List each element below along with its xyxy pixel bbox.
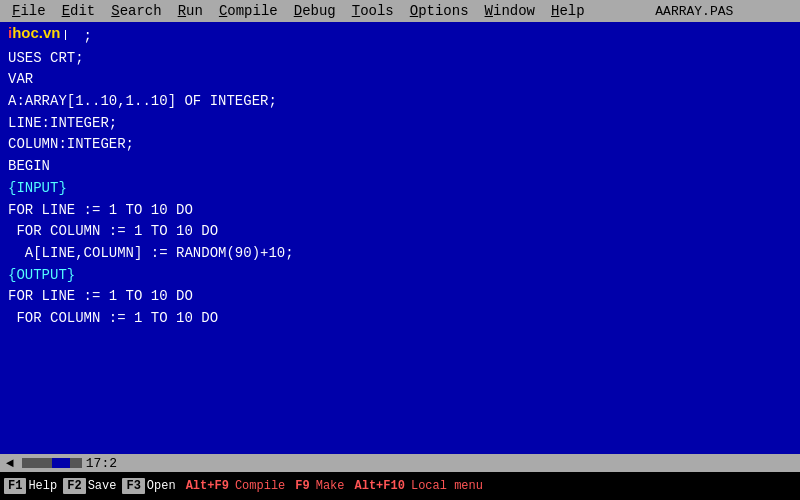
code-line: COLUMN:INTEGER; <box>8 134 792 156</box>
code-line: LINE:INTEGER; <box>8 113 792 135</box>
fkey-desc: Save <box>88 479 117 493</box>
fkey-item-f3[interactable]: F3Open <box>122 478 175 494</box>
menu-debug[interactable]: Debug <box>286 2 344 20</box>
code-line: FOR COLUMN := 1 TO 10 DO <box>8 221 792 243</box>
code-line: BEGIN <box>8 156 792 178</box>
code-line: PROGRAM ; <box>8 26 792 48</box>
menu-options[interactable]: Options <box>402 2 477 20</box>
menu-search[interactable]: Search <box>103 2 169 20</box>
fkey-item-f9[interactable]: F9Make <box>291 478 344 494</box>
fkey-desc: Compile <box>235 479 285 493</box>
cursor-position: 17:2 <box>86 456 117 471</box>
code-line: FOR COLUMN := 1 TO 10 DO <box>8 308 792 330</box>
code-line: {OUTPUT} <box>8 265 792 287</box>
code-line: USES CRT; <box>8 48 792 70</box>
code-line: VAR <box>8 69 792 91</box>
fkey-key: Alt+F10 <box>351 478 409 494</box>
fkey-item-altf9[interactable]: Alt+F9Compile <box>182 478 286 494</box>
scroll-thumb[interactable] <box>52 458 70 468</box>
logo-text: ihoc.vn <box>8 24 61 41</box>
menu-help[interactable]: Help <box>543 2 593 20</box>
fkey-key: F3 <box>122 478 144 494</box>
fkey-desc: Local menu <box>411 479 483 493</box>
fkey-item-f2[interactable]: F2Save <box>63 478 116 494</box>
code-line: A:ARRAY[1..10,1..10] OF INTEGER; <box>8 91 792 113</box>
fkey-item-f1[interactable]: F1Help <box>4 478 57 494</box>
scrollbar[interactable] <box>22 458 82 468</box>
fkey-bar: F1HelpF2SaveF3OpenAlt+F9CompileF9MakeAlt… <box>0 472 800 500</box>
code-line: A[LINE,COLUMN] := RANDOM(90)+10; <box>8 243 792 265</box>
menu-file[interactable]: File <box>4 2 54 20</box>
fkey-desc: Make <box>316 479 345 493</box>
fkey-desc: Help <box>28 479 57 493</box>
fkey-key: F2 <box>63 478 85 494</box>
menu-window[interactable]: Window <box>477 2 543 20</box>
code-line: FOR LINE := 1 TO 10 DO <box>8 200 792 222</box>
code-line: {INPUT} <box>8 178 792 200</box>
status-bar: ◄ 17:2 <box>0 454 800 472</box>
fkey-item-altf10[interactable]: Alt+F10Local menu <box>351 478 483 494</box>
fkey-key: F1 <box>4 478 26 494</box>
menu-edit[interactable]: Edit <box>54 2 104 20</box>
code-editor[interactable]: PROGRAM ;USES CRT;VARA:ARRAY[1..10,1..10… <box>0 22 800 454</box>
fkey-key: Alt+F9 <box>182 478 233 494</box>
menu-bar: File Edit Search Run Compile Debug Tools… <box>0 0 800 22</box>
logo: ihoc.vn <box>4 22 65 44</box>
window-title: AARRAY.PAS <box>593 4 796 19</box>
fkey-desc: Open <box>147 479 176 493</box>
fkey-key: F9 <box>291 478 313 494</box>
scroll-left-arrow[interactable]: ◄ <box>6 456 14 471</box>
menu-tools[interactable]: Tools <box>344 2 402 20</box>
code-line: FOR LINE := 1 TO 10 DO <box>8 286 792 308</box>
menu-compile[interactable]: Compile <box>211 2 286 20</box>
menu-run[interactable]: Run <box>170 2 211 20</box>
